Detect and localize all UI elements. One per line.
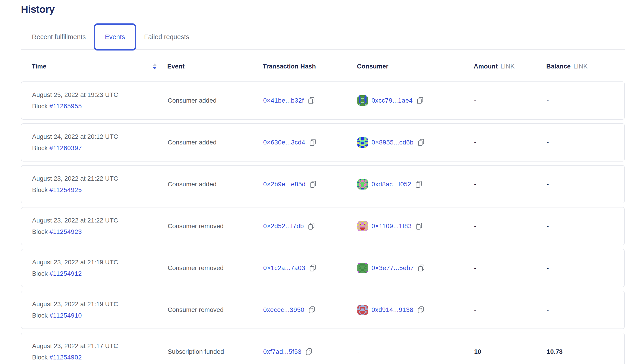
copy-icon[interactable]: [309, 138, 316, 146]
tab-events[interactable]: Events: [94, 24, 136, 50]
copy-icon[interactable]: [308, 222, 315, 230]
cell-transaction-hash: 0×2b9e...e85d: [263, 180, 358, 188]
history-page: History Recent fulfillments Events Faile…: [0, 0, 632, 364]
event-timestamp: August 23, 2022 at 21:17 UTC: [32, 340, 168, 352]
cell-time: August 24, 2022 at 20:12 UTCBlock #11260…: [22, 131, 168, 154]
transaction-hash-link[interactable]: 0×630e...3cd4: [263, 139, 305, 146]
copy-icon[interactable]: [415, 222, 422, 230]
block-line: Block #11254902: [32, 352, 168, 363]
cell-consumer: 0×1109...1f83: [358, 221, 474, 231]
copy-icon[interactable]: [309, 264, 316, 272]
copy-icon[interactable]: [415, 180, 422, 188]
table-row: August 23, 2022 at 21:22 UTCBlock #11254…: [21, 207, 625, 245]
consumer-empty-dash: -: [358, 348, 360, 355]
tab-bar: Recent fulfillments Events Failed reques…: [21, 22, 632, 52]
amount-value: -: [474, 97, 547, 104]
consumer-address-link[interactable]: 0×3e77...5eb7: [372, 264, 414, 272]
block-link[interactable]: #11254902: [49, 354, 82, 361]
column-header-consumer[interactable]: Consumer: [357, 63, 474, 70]
event-name: Consumer added: [168, 97, 263, 104]
column-header-amount[interactable]: Amount: [474, 63, 498, 70]
transaction-hash-link[interactable]: 0xf7ad...5f53: [263, 348, 302, 355]
amount-value: -: [474, 139, 547, 146]
block-link[interactable]: #11265955: [49, 102, 82, 110]
amount-value: -: [474, 222, 547, 230]
consumer-identicon: [358, 137, 368, 148]
copy-icon[interactable]: [418, 264, 425, 272]
block-link[interactable]: #11260397: [49, 144, 82, 152]
copy-icon[interactable]: [417, 138, 424, 146]
copy-icon[interactable]: [308, 306, 315, 314]
block-line: Block #11254912: [32, 268, 168, 279]
event-timestamp: August 23, 2022 at 21:22 UTC: [32, 215, 168, 226]
balance-value: -: [547, 264, 625, 272]
block-link[interactable]: #11254912: [49, 270, 82, 277]
table-row: August 23, 2022 at 21:22 UTCBlock #11254…: [21, 165, 625, 204]
sort-up-triangle-icon: [153, 64, 157, 66]
transaction-hash-link[interactable]: 0×1c2a...7a03: [263, 264, 305, 272]
events-table-body: August 25, 2022 at 19:23 UTCBlock #11265…: [21, 82, 632, 364]
amount-value: -: [474, 264, 547, 272]
cell-time: August 25, 2022 at 19:23 UTCBlock #11265…: [22, 89, 168, 112]
block-label: Block: [32, 102, 49, 110]
tab-failed-requests[interactable]: Failed requests: [144, 33, 189, 41]
column-header-balance[interactable]: Balance: [546, 63, 570, 70]
amount-unit-label: LINK: [500, 63, 514, 70]
table-row: August 23, 2022 at 21:19 UTCBlock #11254…: [21, 249, 625, 287]
event-timestamp: August 24, 2022 at 20:12 UTC: [32, 131, 168, 142]
consumer-identicon: [358, 221, 368, 231]
block-link[interactable]: #11254923: [49, 228, 82, 235]
cell-consumer: 0xcc79...1ae4: [358, 95, 474, 106]
cell-transaction-hash: 0×630e...3cd4: [263, 138, 358, 146]
balance-value: -: [547, 306, 625, 314]
amount-value: 10: [474, 348, 547, 355]
balance-unit-label: LINK: [573, 63, 588, 70]
block-link[interactable]: #11254910: [49, 312, 82, 319]
event-name: Subscription funded: [168, 348, 263, 355]
sort-descending-icon[interactable]: [153, 64, 157, 70]
event-timestamp: August 23, 2022 at 21:19 UTC: [32, 298, 168, 310]
copy-icon[interactable]: [309, 180, 316, 188]
cell-time: August 23, 2022 at 21:22 UTCBlock #11254…: [22, 173, 168, 196]
cell-time: August 23, 2022 at 21:19 UTCBlock #11254…: [22, 298, 168, 321]
cell-time: August 23, 2022 at 21:19 UTCBlock #11254…: [22, 256, 168, 279]
consumer-address-link[interactable]: 0xcc79...1ae4: [372, 97, 413, 104]
consumer-address-link[interactable]: 0xd8ac...f052: [372, 181, 411, 188]
consumer-address-link[interactable]: 0xd914...9138: [372, 306, 413, 314]
cell-transaction-hash: 0×2d52...f7db: [263, 222, 358, 230]
cell-transaction-hash: 0xecec...3950: [263, 306, 358, 314]
block-link[interactable]: #11254925: [49, 186, 82, 194]
cell-consumer: -: [358, 348, 474, 355]
block-line: Block #11265955: [32, 100, 168, 112]
column-header-time[interactable]: Time: [32, 63, 46, 70]
column-header-event[interactable]: Event: [167, 63, 263, 70]
transaction-hash-link[interactable]: 0xecec...3950: [263, 306, 304, 314]
consumer-address-link[interactable]: 0×8955...cd6b: [372, 139, 414, 146]
balance-value: -: [547, 222, 625, 230]
copy-icon[interactable]: [308, 97, 315, 104]
copy-icon[interactable]: [417, 306, 424, 314]
copy-icon[interactable]: [416, 97, 424, 104]
cell-time: August 23, 2022 at 21:22 UTCBlock #11254…: [22, 215, 168, 238]
table-row: August 23, 2022 at 21:19 UTCBlock #11254…: [21, 291, 625, 329]
table-header: Time Event Transaction Hash Consumer Amo…: [21, 52, 625, 82]
block-line: Block #11254923: [32, 226, 168, 238]
transaction-hash-link[interactable]: 0×2d52...f7db: [263, 222, 304, 230]
consumer-address-link[interactable]: 0×1109...1f83: [372, 222, 412, 230]
block-label: Block: [32, 228, 49, 235]
block-label: Block: [32, 354, 49, 361]
block-label: Block: [32, 186, 49, 194]
balance-value: 10.73: [547, 348, 625, 355]
table-row: August 23, 2022 at 21:17 UTCBlock #11254…: [21, 332, 625, 364]
event-name: Consumer added: [168, 181, 263, 188]
event-timestamp: August 23, 2022 at 21:22 UTC: [32, 173, 168, 184]
table-row: August 25, 2022 at 19:23 UTCBlock #11265…: [21, 82, 625, 120]
cell-consumer: 0×8955...cd6b: [358, 137, 474, 148]
tab-recent-fulfillments[interactable]: Recent fulfillments: [32, 33, 86, 41]
copy-icon[interactable]: [305, 348, 312, 356]
amount-value: -: [474, 181, 547, 188]
transaction-hash-link[interactable]: 0×2b9e...e85d: [263, 181, 306, 188]
transaction-hash-link[interactable]: 0×41be...b32f: [263, 97, 304, 104]
cell-transaction-hash: 0×41be...b32f: [263, 97, 358, 104]
column-header-transaction-hash[interactable]: Transaction Hash: [263, 63, 357, 70]
